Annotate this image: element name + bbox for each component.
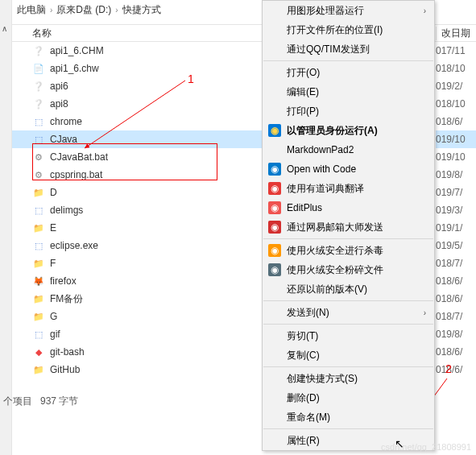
file-date: 019/7/ (436, 184, 476, 201)
file-date: 018/10 (436, 60, 476, 77)
file-row[interactable]: 📁D (12, 184, 262, 201)
menu-separator (263, 324, 433, 325)
file-name: eclipse.exe (50, 240, 98, 251)
file-icon: ⬚ (32, 115, 45, 128)
file-icon: ⬚ (32, 133, 45, 146)
file-row[interactable]: ⬚delimgs (12, 201, 262, 219)
file-name: git-bash (50, 346, 85, 358)
menu-item[interactable]: ◉使用火绒安全进行杀毒 (263, 241, 434, 260)
menu-label: 复制(C) (287, 349, 320, 362)
menu-item[interactable]: 剪切(T) (263, 326, 434, 345)
menu-label: 还原以前的版本(V) (287, 283, 367, 296)
file-icon: ⬚ (32, 239, 45, 252)
file-date: 019/8/ (436, 166, 476, 184)
menu-label: 使用火绒安全粉碎文件 (287, 263, 383, 277)
file-row[interactable]: ⬚eclipse.exe (12, 237, 262, 254)
file-row[interactable]: 📁F (12, 254, 262, 272)
file-icon: ⬚ (32, 328, 45, 341)
file-date: 018/6/ (436, 272, 476, 290)
file-icon: 📁 (32, 257, 45, 270)
file-date: 017/11 (436, 42, 476, 60)
file-date: 019/2/ (436, 77, 476, 95)
chevron-right-icon: › (424, 6, 426, 15)
menu-separator (263, 366, 433, 367)
menu-item[interactable]: 打开(O) (263, 63, 434, 82)
file-row[interactable]: ⚙CJavaBat.bat (12, 148, 262, 166)
menu-label: 以管理员身份运行(A) (287, 124, 378, 138)
file-date: 019/8/ (436, 325, 476, 343)
menu-item[interactable]: ◉通过网易邮箱大师发送 (263, 217, 434, 237)
file-row[interactable]: ❔api6 (12, 77, 262, 95)
file-date: 018/10 (436, 95, 476, 113)
menu-label: 使用有道词典翻译 (287, 182, 364, 196)
menu-item[interactable]: 打开文件所在的位置(I) (263, 20, 434, 39)
crumb-pc[interactable]: 此电脑 (17, 3, 46, 17)
file-name: FM备份 (50, 292, 83, 306)
file-row[interactable]: ⬚gif (12, 325, 262, 343)
col-date-header[interactable]: 改日期 (436, 27, 476, 40)
file-row[interactable]: 📁GitHub (12, 361, 262, 378)
menu-item[interactable]: ◉Open with Code (263, 159, 434, 179)
file-row[interactable]: 📄api1_6.chw (12, 60, 262, 77)
file-row[interactable]: ❔api1_6.CHM (12, 42, 262, 60)
menu-item[interactable]: 用图形处理器运行› (263, 1, 434, 20)
menu-item[interactable]: 发送到(N)› (263, 303, 434, 322)
file-row[interactable]: ❔api8 (12, 95, 262, 113)
file-row[interactable]: ⬚chrome (12, 113, 262, 130)
status-bar: 个项目 937 字节 (0, 395, 78, 408)
menu-item[interactable]: ◉EditPlus (263, 198, 434, 217)
file-row[interactable]: 📁G (12, 308, 262, 325)
file-name: api1_6.CHM (50, 45, 104, 56)
file-date: 019/1/ (436, 219, 476, 237)
file-date: 018/6/ (436, 361, 476, 378)
file-icon: 📁 (32, 292, 45, 305)
chevron-right-icon: › (50, 6, 52, 14)
file-date: 019/5/ (436, 237, 476, 254)
menu-label: MarkdownPad2 (287, 144, 354, 155)
file-name: D (50, 187, 57, 198)
menu-item[interactable]: 编辑(E) (263, 82, 434, 101)
file-date: 018/6/ (436, 343, 476, 361)
file-date: 018/7/ (436, 308, 476, 325)
context-menu[interactable]: 用图形处理器运行›打开文件所在的位置(I)通过QQ/TIM发送到打开(O)编辑(… (262, 0, 435, 451)
file-icon: ◆ (32, 345, 45, 358)
file-row[interactable]: ⬚CJava (12, 130, 262, 148)
file-row[interactable]: 📁E (12, 219, 262, 237)
menu-item[interactable]: ◉使用有道词典翻译 (263, 179, 434, 198)
chevron-up-icon[interactable]: ∧ (2, 24, 7, 33)
menu-item[interactable]: 删除(D) (263, 388, 434, 407)
file-icon: ⬚ (32, 204, 45, 217)
file-icon: 📁 (32, 310, 45, 323)
file-icon: ⚙ (32, 168, 45, 181)
file-row[interactable]: 📁FM备份 (12, 290, 262, 308)
file-name: gif (50, 329, 60, 340)
file-name: api1_6.chw (50, 63, 99, 74)
crumb-folder[interactable]: 快捷方式 (122, 3, 161, 17)
status-size: 937 字节 (40, 395, 78, 407)
menu-item[interactable]: 重命名(M) (263, 407, 434, 427)
breadcrumb[interactable]: 此电脑 › 原来D盘 (D:) › 快捷方式 (12, 0, 161, 19)
date-column: 017/11018/10019/2/018/10018/6/019/10019/… (436, 42, 476, 378)
menu-label: 打开(O) (287, 66, 320, 80)
menu-item[interactable]: ◉以管理员身份运行(A) (263, 121, 434, 140)
menu-item[interactable]: 还原以前的版本(V) (263, 279, 434, 299)
menu-item[interactable]: 创建快捷方式(S) (263, 369, 434, 388)
file-name: CJava (50, 134, 77, 145)
menu-item[interactable]: 打印(P) (263, 101, 434, 121)
menu-item[interactable]: ◉使用火绒安全粉碎文件 (263, 260, 434, 279)
nav-sidebar: ∧ (0, 0, 12, 455)
file-row[interactable]: 🦊firefox (12, 272, 262, 290)
file-name: api6 (50, 81, 68, 92)
menu-item[interactable]: 复制(C) (263, 345, 434, 365)
ep-icon: ◉ (268, 201, 281, 214)
file-date: 018/6/ (436, 290, 476, 308)
crumb-drive[interactable]: 原来D盘 (D:) (56, 3, 111, 17)
file-name: firefox (50, 275, 77, 287)
menu-item[interactable]: 通过QQ/TIM发送到 (263, 39, 434, 59)
menu-item[interactable]: 属性(R) (263, 431, 434, 450)
menu-item[interactable]: MarkdownPad2 (263, 140, 434, 159)
file-row[interactable]: ⚙cpspring.bat (12, 166, 262, 184)
shield-icon: ◉ (268, 124, 281, 137)
file-row[interactable]: ◆git-bash (12, 343, 262, 361)
file-date: 019/10 (436, 148, 476, 166)
